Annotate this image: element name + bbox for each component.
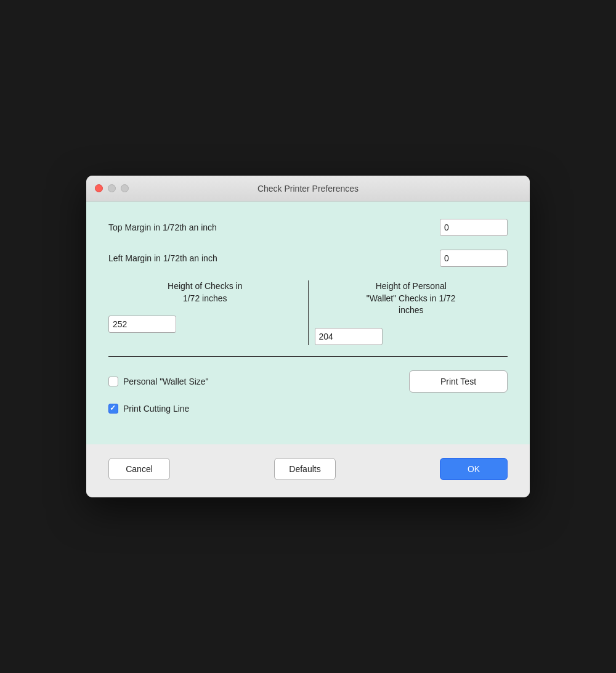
wallet-size-checkbox[interactable] (108, 377, 118, 386)
close-button[interactable] (95, 184, 103, 192)
cutting-line-row: Print Cutting Line (108, 404, 508, 414)
content-area: Top Margin in 1/72th an inch Left Margin… (86, 202, 530, 444)
top-margin-row: Top Margin in 1/72th an inch (108, 219, 508, 236)
cutting-line-label: Print Cutting Line (123, 404, 189, 414)
cutting-line-group: Print Cutting Line (108, 404, 189, 414)
wallet-height-header: Height of Personal"Wallet" Checks in 1/7… (315, 280, 508, 317)
minimize-button[interactable] (108, 184, 116, 192)
top-margin-label: Top Margin in 1/72th an inch (108, 222, 217, 232)
left-margin-row: Left Margin in 1/72th an inch (108, 250, 508, 267)
wallet-size-label: Personal "Wallet Size" (123, 377, 209, 386)
defaults-button[interactable]: Defaults (274, 458, 336, 480)
maximize-button[interactable] (121, 184, 129, 192)
wallet-height-column: Height of Personal"Wallet" Checks in 1/7… (309, 280, 508, 345)
wallet-size-group: Personal "Wallet Size" (108, 377, 209, 386)
two-column-section: Height of Checks in1/72 inches Height of… (108, 280, 508, 345)
wallet-height-input[interactable] (315, 328, 383, 345)
dialog-window: Check Printer Preferences Top Margin in … (86, 176, 530, 497)
left-margin-input[interactable] (440, 250, 508, 267)
wallet-print-row: Personal "Wallet Size" Print Test (108, 370, 508, 393)
horizontal-divider (108, 356, 508, 357)
print-test-button[interactable]: Print Test (409, 370, 508, 393)
ok-button[interactable]: OK (440, 458, 508, 480)
two-col-inner: Height of Checks in1/72 inches Height of… (108, 280, 508, 345)
checks-height-column: Height of Checks in1/72 inches (108, 280, 308, 345)
cancel-button[interactable]: Cancel (108, 458, 170, 480)
title-bar: Check Printer Preferences (86, 176, 530, 202)
top-margin-input[interactable] (440, 219, 508, 236)
window-title: Check Printer Preferences (257, 184, 359, 194)
check-height-input[interactable] (108, 316, 176, 333)
bottom-area: Cancel Defaults OK (86, 444, 530, 497)
left-margin-label: Left Margin in 1/72th an inch (108, 253, 217, 263)
traffic-lights (95, 184, 129, 192)
check-height-header: Height of Checks in1/72 inches (108, 280, 302, 304)
cutting-line-checkbox[interactable] (108, 404, 118, 414)
